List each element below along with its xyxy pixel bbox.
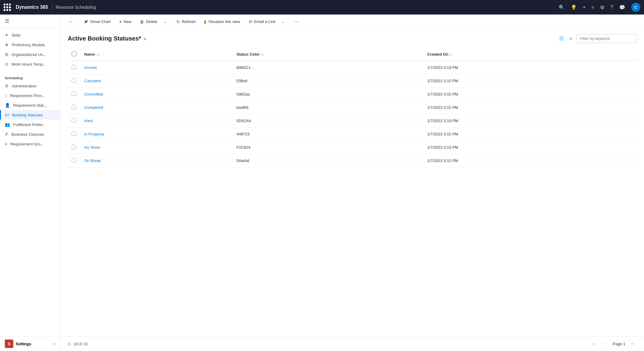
row-name-link[interactable]: Committed — [84, 92, 103, 96]
row-status-color-cell: 0D62AA — [233, 114, 423, 128]
module-name: Resource Scheduling — [56, 5, 96, 10]
more-button[interactable]: ⋯ — [291, 17, 302, 26]
email-link-button[interactable]: ✉ Email a Link — [245, 18, 279, 26]
row-checkbox-cell[interactable] — [68, 114, 80, 128]
sidebar-item-org[interactable]: ⊞ Organizational Un... — [0, 50, 60, 59]
refresh-label: Refresh — [182, 19, 196, 24]
skills-icon: ✦ — [5, 33, 8, 37]
filter-icon[interactable]: ▿ — [592, 5, 594, 10]
sidebar-item-admin[interactable]: ⚙ Administration — [0, 81, 60, 91]
select-all-col[interactable] — [68, 48, 80, 61]
row-checkbox-cell[interactable] — [68, 61, 80, 74]
row-checkbox[interactable] — [71, 91, 76, 96]
row-checkbox[interactable] — [71, 105, 76, 109]
delete-dropdown-button[interactable]: ⌄ — [162, 18, 168, 26]
row-checkbox[interactable] — [71, 131, 76, 136]
row-checkbox[interactable] — [71, 158, 76, 163]
sidebar-item-workhours[interactable]: ⊙ Work Hours Temp... — [0, 59, 60, 69]
show-chart-label: Show Chart — [90, 19, 111, 24]
sidebar-item-bookingstatus[interactable]: 🏷 Booking Statuses — [0, 110, 60, 120]
table-row: Arrived B860C1 1/7/2023 3:19 PM — [68, 61, 637, 74]
row-created-on-cell: 1/7/2023 3:15 PM — [424, 154, 637, 167]
table-view-icon[interactable]: ☷ — [557, 34, 565, 43]
row-created-on-cell: 1/7/2023 3:19 PM — [424, 114, 637, 128]
new-label: New — [123, 19, 131, 24]
top-nav: Dynamics 365 Resource Scheduling 🔍 💡 + ▿… — [0, 0, 644, 15]
col-name[interactable]: Name ↑⌄ — [80, 48, 233, 61]
row-created-on-cell: 1/7/2023 3:15 PM — [424, 88, 637, 101]
settings-icon[interactable]: ⚙ — [600, 5, 604, 10]
row-name-cell: No Show — [80, 141, 233, 154]
sidebar-label-bookingstatus: Booking Statuses — [12, 113, 43, 117]
sidebar-item-proficiency[interactable]: ★ Proficiency Models — [0, 40, 60, 50]
row-status-color-cell: 448715 — [233, 128, 423, 141]
row-checkbox[interactable] — [71, 118, 76, 123]
user-avatar[interactable]: C — [631, 3, 640, 12]
prev-page-button[interactable]: ← — [601, 340, 610, 347]
sidebar-item-businessclosures[interactable]: ✗ Business Closures — [0, 129, 60, 139]
col-status-color-label: Status Color — [236, 52, 260, 57]
row-checkbox-cell[interactable] — [68, 154, 80, 167]
row-name-link[interactable]: Arrived — [84, 65, 97, 70]
next-page-button[interactable]: → — [628, 340, 637, 347]
sidebar: ☰ ✦ Skills ★ Proficiency Models ⊞ Organi… — [0, 15, 61, 351]
lightbulb-icon[interactable]: 💡 — [571, 5, 577, 10]
sidebar-item-reqpriority[interactable]: ↕ Requirement Prior... — [0, 91, 60, 100]
row-checkbox[interactable] — [71, 78, 76, 83]
row-checkbox-cell[interactable] — [68, 101, 80, 114]
sidebar-item-fulfillment[interactable]: 👥 Fulfillment Prefer... — [0, 120, 60, 129]
reqpriority-icon: ↕ — [5, 93, 7, 98]
row-name-cell: Arrived — [80, 61, 233, 74]
row-name-link[interactable]: In Progress — [84, 132, 104, 136]
row-status-color-cell: B860C1 — [233, 61, 423, 74]
row-name-link[interactable]: Hard — [84, 119, 93, 123]
chat-icon[interactable]: 💬 — [619, 5, 625, 10]
help-icon[interactable]: ? — [610, 5, 613, 10]
refresh-button[interactable]: ↻ Refresh — [173, 18, 199, 26]
first-page-button[interactable]: ⇤ — [590, 340, 599, 347]
email-dropdown-button[interactable]: ⌄ — [280, 18, 286, 26]
filter-input[interactable] — [576, 34, 637, 43]
sidebar-label-org: Organizational Un... — [12, 52, 46, 57]
booking-statuses-table: Name ↑⌄ Status Color ⌄ C — [68, 48, 637, 167]
app-grid-icon[interactable] — [4, 4, 11, 11]
email-icon: ✉ — [249, 19, 252, 24]
select-all-checkbox[interactable] — [71, 51, 77, 57]
row-name-link[interactable]: On Break — [84, 158, 101, 163]
col-created-on[interactable]: Created On ⌄ — [424, 48, 637, 61]
sidebar-label-workhours: Work Hours Temp... — [12, 62, 46, 67]
row-checkbox[interactable] — [71, 145, 76, 149]
sidebar-item-reqgroups[interactable]: ≡ Requirement Gro... — [0, 139, 60, 149]
add-icon[interactable]: + — [583, 5, 586, 10]
row-name-link[interactable]: No Show — [84, 145, 100, 150]
delete-button[interactable]: 🗑 Delete — [136, 18, 161, 26]
search-icon[interactable]: 🔍 — [559, 5, 565, 10]
row-name-link[interactable]: Canceled — [84, 79, 101, 83]
title-chevron[interactable]: ∨ — [143, 36, 146, 41]
sidebar-label-reqstatus: Requirement Stat... — [13, 103, 47, 108]
new-button[interactable]: + New — [116, 18, 135, 26]
sidebar-footer[interactable]: S Settings ◇ — [0, 336, 60, 351]
sidebar-label-fulfillment: Fulfillment Prefer... — [13, 122, 46, 127]
sidebar-item-skills[interactable]: ✦ Skills — [0, 30, 60, 40]
col-created-on-label: Created On — [427, 52, 448, 57]
back-button[interactable]: ← — [65, 17, 76, 26]
col-status-color[interactable]: Status Color ⌄ — [233, 48, 423, 61]
visualize-button[interactable]: ▮ Visualize this view — [200, 18, 244, 26]
sidebar-item-reqstatus[interactable]: 👤 Requirement Stat... — [0, 100, 60, 110]
workhours-icon: ⊙ — [5, 62, 8, 67]
hamburger-icon[interactable]: ☰ — [5, 18, 9, 24]
row-checkbox-cell[interactable] — [68, 88, 80, 101]
table-row: In Progress 448715 1/7/2023 3:15 PM — [68, 128, 637, 141]
row-checkbox-cell[interactable] — [68, 74, 80, 88]
row-status-color-cell: bad8f4 — [233, 101, 423, 114]
pagination: 1 - 16 of 16 ⇤ ← Page 1 → — [61, 336, 644, 351]
show-chart-button[interactable]: ◤ Show Chart — [81, 18, 114, 26]
sidebar-label-reqgroups: Requirement Gro... — [10, 142, 44, 146]
row-checkbox-cell[interactable] — [68, 141, 80, 154]
row-checkbox-cell[interactable] — [68, 128, 80, 141]
row-name-link[interactable]: Completed — [84, 105, 103, 110]
sidebar-label-businessclosures: Business Closures — [12, 132, 44, 137]
row-checkbox[interactable] — [71, 65, 76, 70]
filter-icon-btn[interactable]: ▿ — [568, 34, 574, 43]
